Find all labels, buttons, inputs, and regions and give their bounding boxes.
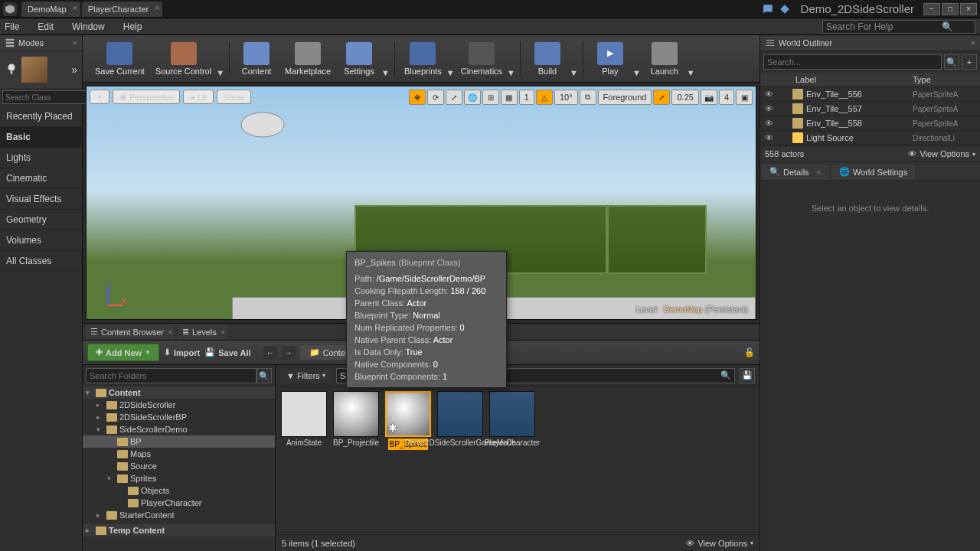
- add-actor-button[interactable]: +: [962, 54, 977, 70]
- save-current-button[interactable]: Save Current: [90, 41, 149, 77]
- settings-button[interactable]: Settings: [337, 41, 381, 77]
- outliner-row[interactable]: 👁Env_Tile__556PaperSpriteA: [760, 87, 980, 102]
- angle-snap-button[interactable]: △: [536, 90, 553, 105]
- menu-file[interactable]: File: [5, 21, 19, 32]
- lit-button[interactable]: ●Lit: [183, 90, 213, 104]
- tree-item[interactable]: ▾Sprites: [83, 472, 275, 484]
- import-button[interactable]: ⬇Import: [164, 347, 200, 357]
- close-icon[interactable]: ×: [971, 38, 975, 47]
- transform-move-button[interactable]: ✥: [409, 90, 426, 105]
- category-visual-effects[interactable]: Visual Effects: [0, 189, 82, 210]
- category-geometry[interactable]: Geometry: [0, 210, 82, 230]
- tree-item[interactable]: Objects: [83, 484, 275, 497]
- tree-item[interactable]: ▸2DSideScrollerBP: [83, 411, 275, 423]
- chevron-down-icon[interactable]: ▼: [381, 68, 390, 77]
- tree-root-temp[interactable]: ▸Temp Content: [83, 524, 275, 536]
- marketplace-button[interactable]: Marketplace: [280, 41, 335, 77]
- save-all-button[interactable]: 💾Save All: [204, 347, 250, 357]
- surface-snap-button[interactable]: ⊞: [482, 90, 499, 105]
- tree-root-content[interactable]: ▾Content: [83, 386, 275, 399]
- maximize-viewport-button[interactable]: ▣: [736, 90, 753, 105]
- chevron-down-icon[interactable]: ▼: [632, 68, 641, 77]
- lock-icon[interactable]: 🔓: [744, 347, 755, 357]
- content-button[interactable]: Content: [234, 41, 279, 77]
- tab-levels[interactable]: ≣Levels×: [178, 324, 227, 339]
- close-icon[interactable]: ×: [73, 38, 77, 47]
- tree-item[interactable]: ▾SideScrollerDemo: [83, 423, 275, 435]
- path-back-button[interactable]: ←: [263, 346, 277, 360]
- place-cube-icon[interactable]: [21, 57, 47, 83]
- outliner-row[interactable]: 👁Env_Tile__558PaperSpriteA: [760, 116, 980, 131]
- eye-icon[interactable]: 👁: [765, 90, 776, 99]
- close-icon[interactable]: ×: [155, 4, 159, 12]
- asset-animstate[interactable]: AnimState: [280, 391, 328, 447]
- chevron-down-icon[interactable]: ▼: [507, 68, 515, 77]
- scale-snap-button[interactable]: ⧉: [580, 90, 596, 105]
- camera-speed-value[interactable]: 0.25: [671, 90, 698, 105]
- save-search-button[interactable]: 💾: [740, 368, 755, 383]
- add-new-button[interactable]: ✚Add New▼: [87, 344, 159, 361]
- tab-demomap[interactable]: DemoMap×: [21, 2, 80, 17]
- outliner-row[interactable]: 👁Env_Tile__557PaperSpriteA: [760, 102, 980, 116]
- asset-playercharacter[interactable]: PlayerCharacter: [488, 391, 536, 447]
- eye-icon[interactable]: 👁: [765, 119, 776, 128]
- category-lights[interactable]: Lights: [0, 148, 82, 168]
- viewport-options-button[interactable]: ▼: [90, 90, 109, 104]
- category-all-classes[interactable]: All Classes: [0, 251, 82, 272]
- eye-icon[interactable]: 👁: [765, 133, 776, 142]
- tree-item[interactable]: Source: [83, 460, 275, 472]
- lamp-icon[interactable]: [5, 63, 18, 77]
- chevron-down-icon[interactable]: ▼: [570, 68, 578, 77]
- grid-snap-button[interactable]: ▦: [501, 90, 518, 105]
- angle-snap-value[interactable]: 10°: [554, 90, 578, 105]
- eye-icon[interactable]: 👁: [765, 104, 776, 113]
- asset-gamemode[interactable]: Demo2DSideScrollerGameMode: [436, 391, 484, 447]
- chevron-down-icon[interactable]: ▼: [446, 68, 455, 77]
- show-button[interactable]: Show: [217, 90, 252, 104]
- close-icon[interactable]: ×: [168, 328, 172, 336]
- path-forward-button[interactable]: →: [282, 346, 296, 360]
- expand-icon[interactable]: »: [71, 64, 77, 76]
- transform-rotate-button[interactable]: ⟳: [427, 90, 444, 105]
- category-basic[interactable]: Basic: [0, 127, 82, 148]
- cinematics-button[interactable]: Cinematics: [456, 41, 507, 77]
- coordinate-toggle-button[interactable]: 🌐: [464, 90, 481, 105]
- view-options-button[interactable]: 👁View Options▾: [908, 149, 975, 158]
- category-recently-placed[interactable]: Recently Placed: [0, 106, 82, 127]
- scalability-icon[interactable]: 📷: [701, 90, 717, 105]
- tree-item[interactable]: ▸2DSideScroller: [83, 399, 275, 411]
- tree-item[interactable]: PlayerCharacter: [83, 497, 275, 509]
- help-search-input[interactable]: Search For Help 🔍: [822, 20, 975, 34]
- search-icon[interactable]: 🔍: [944, 54, 959, 70]
- tab-playercharacter[interactable]: PlayerCharacter×: [82, 2, 162, 17]
- tab-content-browser[interactable]: ☰Content Browser×: [86, 324, 175, 339]
- tab-world-settings[interactable]: 🌐World Settings: [831, 164, 915, 180]
- camera-speed-icon[interactable]: ⤢: [653, 90, 670, 105]
- transform-scale-button[interactable]: ⤢: [446, 90, 462, 105]
- tree-item[interactable]: ▸StarterContent: [83, 509, 275, 521]
- close-icon[interactable]: ×: [220, 328, 224, 336]
- filters-button[interactable]: ▼Filters▾: [280, 369, 332, 383]
- menu-window[interactable]: Window: [72, 21, 105, 32]
- scalability-value[interactable]: 4: [719, 90, 734, 105]
- feedback-icon[interactable]: [763, 4, 773, 15]
- outliner-row[interactable]: 👁Light SourceDirectionalLi: [760, 131, 980, 145]
- launch-button[interactable]: Launch: [642, 41, 687, 77]
- blueprints-button[interactable]: Blueprints: [400, 41, 446, 77]
- update-icon[interactable]: [779, 4, 790, 15]
- chevron-down-icon[interactable]: ▼: [687, 68, 695, 77]
- category-volumes[interactable]: Volumes: [0, 230, 82, 251]
- minimize-button[interactable]: −: [923, 3, 940, 15]
- play-button[interactable]: ▶Play: [588, 41, 632, 77]
- tab-details[interactable]: 🔍Details×: [762, 164, 828, 180]
- outliner-search-input[interactable]: [763, 54, 942, 70]
- folder-search-input[interactable]: [86, 368, 256, 383]
- close-button[interactable]: ×: [960, 3, 977, 15]
- grid-snap-value[interactable]: 1: [519, 90, 534, 105]
- maximize-button[interactable]: □: [942, 3, 959, 15]
- menu-edit[interactable]: Edit: [38, 21, 54, 32]
- view-options-button[interactable]: 👁View Options▾: [686, 539, 753, 548]
- build-button[interactable]: Build: [525, 41, 570, 77]
- search-icon[interactable]: 🔍: [256, 368, 272, 383]
- close-icon[interactable]: ×: [73, 4, 77, 12]
